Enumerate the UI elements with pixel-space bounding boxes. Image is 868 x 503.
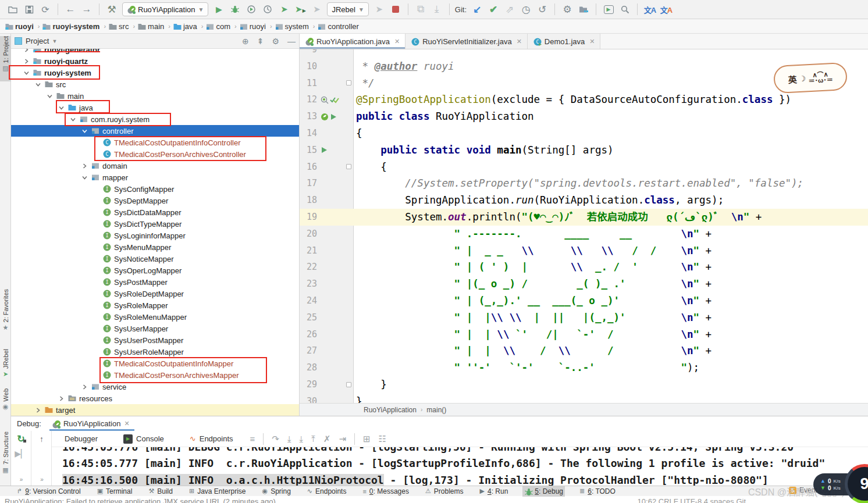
- code-line-25[interactable]: 25 " | |\\ \\ | || |(_,_)' \n" +: [300, 309, 868, 326]
- editor-tab-ruoyiapplication.java[interactable]: RuoYiApplication.java✕: [300, 34, 405, 49]
- resume-disabled-icon[interactable]: ▶▏: [15, 449, 27, 458]
- code-line-13[interactable]: 13public class RuoYiApplication: [300, 108, 868, 125]
- chevron-collapsed-icon[interactable]: [81, 383, 88, 391]
- tree-item-ruoyi-quartz[interactable]: ruoyi-quartz: [11, 55, 299, 67]
- tree-item-sysoperlogmapper[interactable]: ISysOperLogMapper: [11, 265, 299, 276]
- statusbar-spring[interactable]: ◉Spring: [261, 486, 293, 497]
- code-line-21[interactable]: 21 " | _ _ \\ \\ \\ / / \n" +: [300, 242, 868, 259]
- tree-item-main[interactable]: main: [11, 90, 299, 102]
- rerun-icon[interactable]: ↻: [17, 433, 24, 444]
- tree-item-sysdictdatamapper[interactable]: ISysDictDataMapper: [11, 206, 299, 218]
- layout-settings-icon[interactable]: ☷: [379, 434, 386, 444]
- editor-crumb[interactable]: RuoYiApplication: [364, 406, 417, 414]
- tree-item-tmedicalcostoutpatientinfocontroller[interactable]: CTMedicalCostOutpatientInfoController: [11, 137, 299, 148]
- chevron-down-icon[interactable]: ▼: [52, 38, 57, 44]
- gutter-checks-icon[interactable]: [330, 96, 339, 104]
- breadcrumb-item[interactable]: main: [137, 22, 164, 31]
- code-line-30[interactable]: 30}: [300, 393, 868, 403]
- run-config-combo[interactable]: RuoYiApplication▼: [122, 2, 208, 16]
- tree-item-sysdeptmapper[interactable]: ISysDeptMapper: [11, 195, 299, 206]
- statusbar-endpoints[interactable]: ∿Endpoints: [305, 486, 348, 497]
- drop-frame-icon[interactable]: ✗: [323, 434, 331, 444]
- chevron-expanded-icon[interactable]: [69, 116, 77, 123]
- settings-gear-icon[interactable]: ⚙: [272, 37, 279, 46]
- jrebel-run-button[interactable]: ➤: [276, 2, 291, 16]
- coverage-button[interactable]: [244, 2, 259, 16]
- tree-item-sysroledeptmapper[interactable]: ISysRoleDeptMapper: [11, 288, 299, 299]
- breadcrumb-item[interactable]: controller: [317, 22, 358, 31]
- back-icon[interactable]: ←: [63, 2, 78, 16]
- tree-item-sysuserpostmapper[interactable]: ISysUserPostMapper: [11, 334, 299, 346]
- run-to-cursor-icon[interactable]: ⇥: [339, 434, 346, 444]
- breadcrumb-item[interactable]: ruoyi: [5, 22, 34, 31]
- chevron-expanded-icon[interactable]: [34, 81, 42, 88]
- debug-tab-console[interactable]: ▶Console: [123, 434, 164, 444]
- code-line-18[interactable]: 18 SpringApplication.run(RuoYiApplicatio…: [300, 192, 868, 209]
- more-icons-chevron[interactable]: »: [20, 476, 23, 483]
- collapse-all-icon[interactable]: ⇞: [257, 37, 264, 46]
- tree-item-tmedicalcostpersonarchivesmapper[interactable]: ITMedicalCostPersonArchivesMapper: [11, 369, 299, 381]
- project-structure-button[interactable]: [576, 2, 591, 16]
- console-output[interactable]: 16:45:05.776 [main] DEBUG c.r.RuoYiAppli…: [52, 447, 868, 486]
- tree-item-tmedicalcostpersonarchivescontroller[interactable]: CTMedicalCostPersonArchivesController: [11, 148, 299, 160]
- statusbar-java-enterprise[interactable]: ⊞Java Enterprise: [187, 486, 248, 497]
- rebel-disabled-icon[interactable]: ➤: [372, 2, 387, 16]
- chevron-expanded-icon[interactable]: [81, 127, 88, 135]
- code-line-12[interactable]: 12@SpringBootApplication(exclude = { Dat…: [300, 91, 868, 108]
- chevron-collapsed-icon[interactable]: [81, 162, 88, 170]
- debug-tab-debugger[interactable]: Debugger: [65, 434, 98, 443]
- force-step-into-icon[interactable]: ⤓: [300, 434, 304, 444]
- close-icon[interactable]: ✕: [589, 38, 595, 45]
- search-everywhere-button[interactable]: [617, 2, 632, 16]
- code-line-14[interactable]: 14{: [300, 125, 868, 142]
- toolwindow-button----favorites[interactable]: 2: Favorites★: [0, 289, 11, 343]
- breadcrumb-item[interactable]: src: [108, 22, 129, 31]
- statusbar-5--debug[interactable]: 5: Debug: [522, 486, 565, 497]
- jrebel-combo[interactable]: JRebel▼: [327, 2, 368, 16]
- debug-session-tab[interactable]: RuoYiApplication ✕: [52, 416, 130, 431]
- chevron-collapsed-icon[interactable]: [58, 395, 65, 402]
- chevron-collapsed-icon[interactable]: [34, 406, 42, 414]
- jrebel-disabled-icon[interactable]: ➤: [309, 2, 324, 16]
- close-icon[interactable]: ✕: [124, 420, 129, 427]
- statusbar-terminal[interactable]: ▣Terminal: [95, 486, 134, 497]
- translate-blue-button[interactable]: 文A: [642, 2, 657, 16]
- editor-tab-demo1.java[interactable]: CDemo1.java✕: [528, 34, 601, 49]
- console-line[interactable]: 16:45:05.777 [main] INFO c.r.RuoYiApplic…: [62, 457, 825, 469]
- statusbar-4--run[interactable]: ▶4: Run: [478, 486, 510, 497]
- code-line-19[interactable]: 19 System.out.println("(♥◠‿◠)ﾉﾞ 若依启动成功 ლ…: [300, 209, 868, 226]
- tree-item-sysconfigmapper[interactable]: ISysConfigMapper: [11, 183, 299, 195]
- wrench-button[interactable]: ⚙: [560, 2, 575, 16]
- code-line-20[interactable]: 20 " .-------. ____ __ \n" +: [300, 226, 868, 242]
- open-in-window-disabled-icon[interactable]: ⧉: [413, 2, 428, 16]
- stop-button[interactable]: [388, 2, 403, 16]
- profiler-button[interactable]: [260, 2, 275, 16]
- statusbar-problems[interactable]: ⚠Problems: [424, 486, 465, 497]
- view-grid-icon[interactable]: ⊞: [363, 434, 371, 444]
- toolwindow-button----project[interactable]: 1: Project▨: [0, 36, 11, 81]
- editor-tab-ruoyiservletinitializer.java[interactable]: CRuoYiServletInitializer.java✕: [405, 34, 528, 49]
- statusbar-0--messages[interactable]: ≡0: Messages: [361, 486, 410, 497]
- run-anything-button[interactable]: ▶: [601, 2, 616, 16]
- step-into-icon[interactable]: ⤓: [287, 434, 291, 444]
- locate-icon[interactable]: ⊕: [242, 37, 249, 46]
- statusbar-build[interactable]: ⚒Build: [147, 486, 175, 497]
- chevron-collapsed-icon[interactable]: [23, 58, 30, 65]
- hide-icon[interactable]: —: [287, 37, 296, 46]
- step-out-icon[interactable]: ⤒: [311, 434, 315, 444]
- forward-icon[interactable]: →: [79, 2, 94, 16]
- tree-item-service[interactable]: service: [11, 381, 299, 393]
- tree-item-mapper[interactable]: mapper: [11, 172, 299, 183]
- gutter-bootrun-icon[interactable]: [321, 113, 329, 121]
- debug-tab-endpoints[interactable]: ∿Endpoints: [190, 434, 233, 443]
- tree-item-ruoyi-system[interactable]: ruoyi-system: [11, 67, 299, 79]
- code-line-29[interactable]: 29 }: [300, 376, 868, 393]
- tree-item-sysuserrolemapper[interactable]: ISysUserRoleMapper: [11, 346, 299, 358]
- chevron-expanded-icon[interactable]: [46, 92, 54, 100]
- breadcrumb-item[interactable]: ruoyi: [239, 22, 266, 31]
- save-all-icon[interactable]: [22, 2, 37, 16]
- fold-marker[interactable]: [346, 75, 353, 92]
- code-line-16[interactable]: 16 {: [300, 159, 868, 176]
- code-editor[interactable]: 910 * @author ruoyi11 */12@SpringBootApp…: [300, 49, 868, 403]
- gutter-gplay-icon[interactable]: [321, 147, 328, 154]
